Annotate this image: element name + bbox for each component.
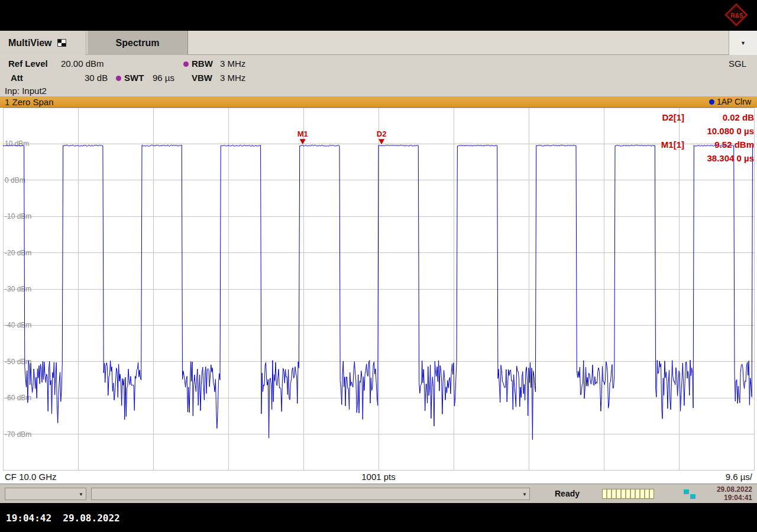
status-message-dropdown[interactable]: ▼ [91,488,530,500]
ref-level-label: Ref Level [8,59,48,69]
ref-level-value[interactable]: 20.00 dBm [61,59,104,69]
status-dropdown-left[interactable]: ▼ [5,488,86,500]
tab-multiview-label: MultiView [8,38,52,48]
att-value[interactable]: 30 dB [85,73,108,83]
rohde-schwarz-logo: R&S [724,2,750,28]
chart-markers[interactable]: M1D2 [297,129,387,144]
top-bar: R&S [0,0,757,31]
network-status-icon[interactable] [684,489,695,499]
status-bar: ▼ ▼ Ready 29.08.2022 19:04:41 [0,484,757,503]
svg-text:-20 dBm: -20 dBm [5,249,31,257]
swt-value[interactable]: 96 µs [153,73,174,83]
marker-m1-name: M1[1] [661,140,684,150]
channel-title-bar[interactable]: 1 Zero Span 1AP Clrw [0,96,757,108]
trace-label: 1AP Clrw [717,97,751,106]
center-frequency-label: CF 10.0 GHz [5,472,57,482]
zero-span-diagram: 10 dBm0 dBm-10 dBm-20 dBm-30 dBm-40 dBm-… [0,108,757,484]
ready-status: Ready [555,489,580,498]
tab-multiview[interactable]: MultiView [0,31,86,55]
marker-d2-time: 10.080 0 µs [684,126,754,136]
settings-header: Ref Level 20.00 dBm RBW 3 MHz SGL Att 30… [0,55,757,96]
vbw-value[interactable]: 3 MHz [220,73,245,83]
status-datetime: 29.08.2022 19:04:41 [717,485,752,502]
swt-label: SWT [124,73,144,83]
svg-text:0 dBm: 0 dBm [5,176,25,184]
marker-m1-level: 9.52 dBm [684,140,754,150]
svg-text:-50 dBm: -50 dBm [5,358,31,366]
window-title: 1 Zero Span [5,97,54,107]
marker-m1-time: 38.304 0 µs [684,153,754,163]
sweep-points-label: 1001 pts [361,472,396,482]
logo-text: R&S [724,2,750,28]
footer-clock: 19:04:42 29.08.2022 [6,512,120,524]
svg-text:-40 dBm: -40 dBm [5,321,31,329]
chevron-down-icon: ▼ [522,492,527,497]
tab-spectrum-label: Spectrum [116,38,160,48]
analyzer-screen: R&S MultiView Spectrum ▼ Ref Level 20.00… [0,0,757,532]
svg-text:-10 dBm: -10 dBm [5,212,31,220]
sgl-indicator: SGL [729,59,746,69]
time-per-div-label: 9.6 µs/ [726,472,752,482]
input-indicator: Inp: Input2 [5,86,47,96]
tab-spectrum[interactable]: Spectrum [88,31,188,55]
trace-dot-icon [709,99,714,105]
svg-text:-70 dBm: -70 dBm [5,430,31,439]
marker-m1-label: M1 [297,129,308,138]
remote-footer: 19:04:42 29.08.2022 [0,503,757,532]
status-date: 29.08.2022 [717,485,752,494]
measurement-progress-bar [602,489,654,499]
x-axis-footer: CF 10.0 GHz 1001 pts 9.6 µs/ [0,471,757,484]
rbw-coupling-dot-icon [183,61,189,67]
svg-text:-30 dBm: -30 dBm [5,285,31,293]
vbw-label: VBW [192,73,212,83]
marker-readout-panel: D2[1] 0.02 dB 10.080 0 µs M1[1] 9.52 dBm… [583,111,754,165]
chevron-down-icon: ▼ [740,40,746,46]
svg-text:10 dBm: 10 dBm [5,140,29,148]
multiview-grid-icon [57,39,66,47]
tab-bar: MultiView Spectrum ▼ [0,31,757,55]
chevron-down-icon: ▼ [79,492,83,497]
tab-list-dropdown-button[interactable]: ▼ [729,31,757,55]
swt-coupling-dot-icon [116,76,121,81]
marker-d2-level: 0.02 dB [684,112,754,122]
marker-d2-name: D2[1] [662,112,684,122]
trace-info: 1AP Clrw [709,97,751,106]
att-label: Att [11,73,23,83]
rbw-label: RBW [192,59,213,69]
marker-d2-label: D2 [377,129,387,138]
marker-d2-triangle-icon[interactable] [378,139,384,144]
status-time: 19:04:41 [717,494,752,502]
rbw-value[interactable]: 3 MHz [220,59,245,69]
